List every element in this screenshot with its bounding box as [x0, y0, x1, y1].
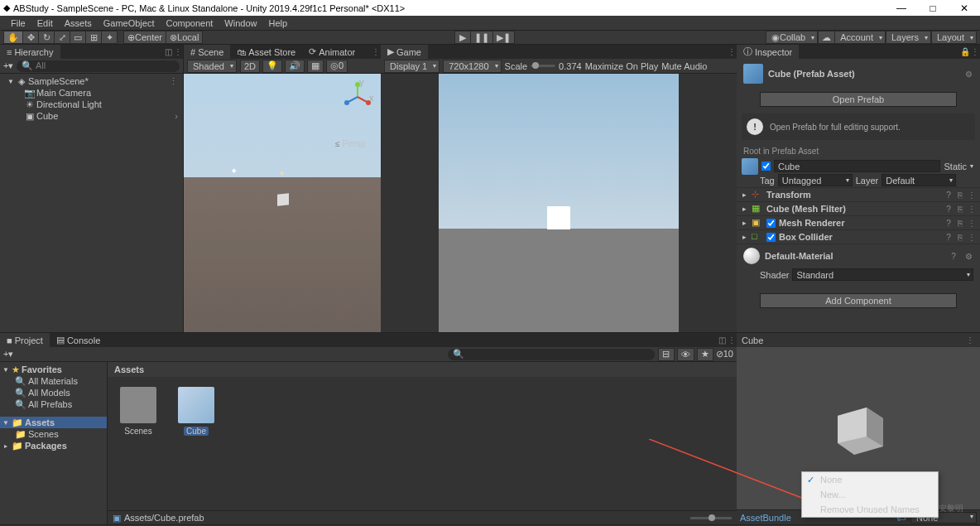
custom-tool[interactable]: ✦ [101, 31, 118, 44]
scenes-folder[interactable]: 📁Scenes [0, 428, 107, 440]
active-checkbox[interactable] [761, 162, 771, 171]
ctx-new[interactable]: New... [802, 487, 938, 502]
pivot-local[interactable]: ⊗Local [166, 31, 203, 44]
scale-slider[interactable] [531, 65, 555, 67]
object-name-field[interactable]: Cube [774, 160, 940, 172]
menu-gameobject[interactable]: GameObject [98, 18, 161, 28]
asset-store-tab[interactable]: 🛍 Asset Store [230, 45, 302, 59]
project-tab[interactable]: ■ Project [0, 333, 50, 347]
hierarchy-tab[interactable]: ≡ Hierarchy [0, 45, 60, 59]
thumb-size-slider[interactable] [690, 517, 732, 519]
fav-prefabs[interactable]: 🔍All Prefabs [0, 398, 107, 410]
inspector-menu-icon[interactable]: ⋮ [970, 47, 980, 57]
material-row[interactable]: Default-Material ?⚙ [737, 244, 980, 268]
pause-button[interactable]: ❚❚ [470, 31, 493, 44]
hidden-toggle[interactable]: ◎0 [326, 60, 348, 73]
hierarchy-search[interactable]: 🔍 All [17, 60, 180, 72]
resolution-dropdown[interactable]: 720x1280 [443, 60, 501, 73]
step-button[interactable]: ▶❚ [492, 31, 515, 44]
draw-mode-dropdown[interactable]: Shaded [187, 60, 237, 73]
shader-dropdown[interactable]: Standard [792, 268, 973, 281]
collab-dropdown[interactable]: ◉ Collab [766, 31, 818, 44]
scene-menu-icon[interactable]: ⋮ [371, 47, 381, 57]
hierarchy-dock-icon[interactable]: ◫ [163, 47, 173, 57]
layout-dropdown[interactable]: Layout [931, 31, 977, 44]
layer-dropdown[interactable]: Default [882, 174, 956, 186]
game-menu-icon[interactable]: ⋮ [727, 47, 737, 57]
fx-toggle[interactable]: ▦ [307, 60, 324, 73]
assets-folder[interactable]: ▼📁Assets [0, 417, 107, 428]
minimize-button[interactable]: — [886, 0, 917, 16]
menu-assets[interactable]: Assets [59, 18, 98, 28]
ctx-remove-unused[interactable]: Remove Unused Names [802, 502, 938, 517]
console-tab[interactable]: ▤ Console [50, 333, 107, 347]
display-dropdown[interactable]: Display 1 [384, 60, 440, 73]
preset-icon[interactable]: ⎘ [955, 190, 965, 200]
component-boxcollider[interactable]: ▸□Box Collider?⎘⋮ [737, 229, 980, 244]
component-meshrenderer[interactable]: ▸▣Mesh Renderer?⎘⋮ [737, 215, 980, 229]
boxcollider-checkbox[interactable] [766, 233, 776, 242]
hierarchy-item-camera[interactable]: 📷Main Camera [0, 87, 183, 99]
play-button[interactable]: ▶ [454, 31, 471, 44]
rotate-tool[interactable]: ↻ [38, 31, 55, 44]
help-icon[interactable]: ? [944, 190, 954, 200]
component-meshfilter[interactable]: ▸▦Cube (Mesh Filter)?⎘⋮ [737, 201, 980, 215]
rect-tool[interactable]: ▭ [70, 31, 86, 44]
game-viewport[interactable] [439, 74, 679, 332]
fav-materials[interactable]: 🔍All Materials [0, 375, 107, 387]
audio-toggle[interactable]: 🔊 [285, 60, 305, 73]
scene-cube-mesh[interactable] [277, 193, 289, 205]
light-toggle[interactable]: 💡 [262, 60, 282, 73]
2d-toggle[interactable]: 2D [240, 60, 260, 73]
component-menu-icon[interactable]: ⋮ [967, 190, 977, 200]
menu-file[interactable]: File [5, 18, 31, 28]
menu-edit[interactable]: Edit [31, 18, 59, 28]
project-search[interactable]: 🔍 [448, 349, 655, 360]
add-component-button[interactable]: Add Component [760, 293, 957, 308]
project-create-dropdown[interactable]: +▾ [3, 349, 13, 360]
menu-component[interactable]: Component [160, 18, 219, 28]
star-icon[interactable]: ★ [697, 348, 713, 361]
tag-dropdown[interactable]: Untagged [778, 174, 853, 186]
menu-help[interactable]: Help [262, 18, 293, 28]
create-dropdown[interactable]: +▾ [3, 60, 13, 71]
animator-tab[interactable]: ⟳ Animator [302, 45, 362, 59]
project-dock-icon[interactable]: ◫ [717, 335, 727, 345]
transform-tool[interactable]: ⊞ [85, 31, 102, 44]
close-button[interactable]: ✕ [949, 0, 980, 16]
orientation-gizmo[interactable]: yx [341, 80, 374, 113]
open-prefab-button[interactable]: Open Prefab [760, 92, 957, 107]
scene-viewport[interactable]: yx ≤ Persp ◆ ☀ [184, 74, 381, 332]
game-tab[interactable]: ▶ Game [381, 45, 428, 59]
hierarchy-item-light[interactable]: ☀Directional Light [0, 99, 183, 110]
menu-window[interactable]: Window [219, 18, 262, 28]
move-tool[interactable]: ✥ [22, 31, 39, 44]
layers-dropdown[interactable]: Layers [886, 31, 931, 44]
asset-settings-icon[interactable]: ⚙ [963, 69, 973, 79]
fav-models[interactable]: 🔍All Models [0, 387, 107, 398]
filter-icon[interactable]: ⊟ [658, 348, 675, 361]
meshrenderer-checkbox[interactable] [766, 219, 776, 228]
scene-tab[interactable]: # Scene [184, 45, 230, 59]
maximize-button[interactable]: □ [917, 0, 949, 16]
ctx-none[interactable]: None [802, 472, 938, 487]
hand-tool[interactable]: ✋ [3, 31, 23, 44]
cloud-button[interactable]: ☁ [818, 31, 835, 44]
grid-item-cube[interactable]: Cube [175, 387, 217, 436]
grid-item-scenes[interactable]: Scenes [118, 387, 159, 436]
account-dropdown[interactable]: Account [834, 31, 886, 44]
inspector-lock-icon[interactable]: 🔒 [960, 47, 970, 57]
packages-folder[interactable]: ▸📁Packages [0, 440, 107, 451]
inspector-tab[interactable]: ⓘ Inspector [737, 45, 799, 59]
breadcrumb[interactable]: Assets [108, 362, 737, 377]
project-menu-icon[interactable]: ⋮ [727, 335, 737, 345]
preview-menu-icon[interactable]: ⋮ [965, 335, 975, 345]
maximize-toggle[interactable]: Maximize On Play [585, 61, 659, 71]
hierarchy-menu-icon[interactable]: ⋮ [173, 47, 183, 57]
mute-toggle[interactable]: Mute Audio [661, 61, 707, 71]
scale-tool[interactable]: ⤢ [54, 31, 70, 44]
static-label[interactable]: Static [944, 162, 967, 171]
scene-row[interactable]: ▼◈SampleScene*⋮ [0, 75, 183, 87]
favorites-folder[interactable]: ▼★Favorites [0, 364, 107, 375]
visibility-icon[interactable]: 👁 [677, 348, 694, 361]
